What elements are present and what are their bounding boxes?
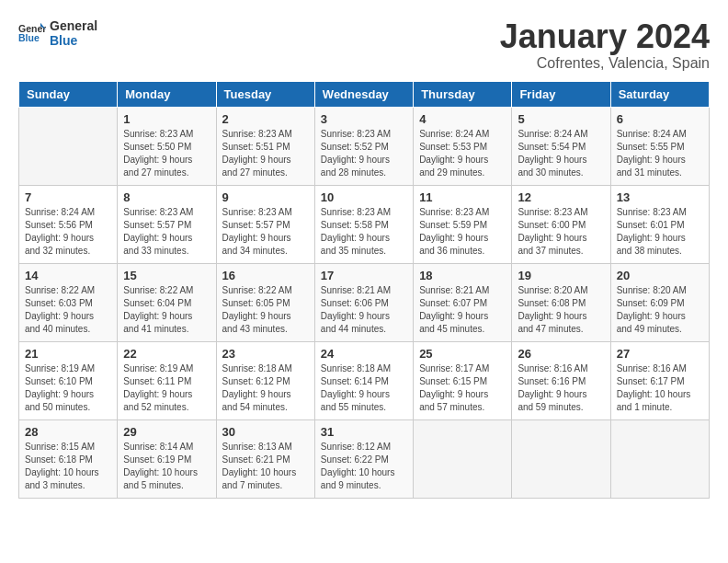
day-info: Sunrise: 8:23 AM Sunset: 5:50 PM Dayligh… [123,128,210,179]
day-info: Sunrise: 8:18 AM Sunset: 6:14 PM Dayligh… [321,362,407,414]
day-number: 7 [25,190,111,204]
day-info: Sunrise: 8:24 AM Sunset: 5:54 PM Dayligh… [518,128,604,179]
day-cell: 1Sunrise: 8:23 AM Sunset: 5:50 PM Daylig… [118,107,216,185]
logo-text-general: General [50,18,97,33]
week-row-2: 7Sunrise: 8:24 AM Sunset: 5:56 PM Daylig… [19,185,710,263]
header-cell-wednesday: Wednesday [314,81,413,107]
day-info: Sunrise: 8:19 AM Sunset: 6:10 PM Dayligh… [25,362,111,414]
day-cell: 5Sunrise: 8:24 AM Sunset: 5:54 PM Daylig… [512,107,610,185]
title-block: January 2024 Cofrentes, Valencia, Spain [500,18,710,72]
day-info: Sunrise: 8:22 AM Sunset: 6:04 PM Dayligh… [123,284,210,336]
header-cell-saturday: Saturday [610,81,709,107]
day-number: 21 [25,347,111,361]
day-cell: 3Sunrise: 8:23 AM Sunset: 5:52 PM Daylig… [314,107,413,185]
day-cell: 25Sunrise: 8:17 AM Sunset: 6:15 PM Dayli… [414,341,512,419]
logo: General Blue General Blue [18,18,97,48]
day-cell: 22Sunrise: 8:19 AM Sunset: 6:11 PM Dayli… [118,341,216,419]
day-number: 23 [222,347,309,361]
day-info: Sunrise: 8:15 AM Sunset: 6:18 PM Dayligh… [25,441,111,492]
day-cell [512,419,610,498]
week-row-5: 28Sunrise: 8:15 AM Sunset: 6:18 PM Dayli… [19,419,710,498]
calendar-subtitle: Cofrentes, Valencia, Spain [500,55,710,72]
day-number: 6 [617,112,703,126]
day-number: 13 [617,190,703,204]
day-info: Sunrise: 8:23 AM Sunset: 6:00 PM Dayligh… [518,206,604,258]
day-number: 30 [222,425,309,439]
week-row-4: 21Sunrise: 8:19 AM Sunset: 6:10 PM Dayli… [19,341,710,419]
day-number: 11 [419,190,506,204]
week-row-1: 1Sunrise: 8:23 AM Sunset: 5:50 PM Daylig… [19,107,710,185]
day-number: 16 [222,269,309,282]
day-number: 4 [419,112,506,126]
day-number: 2 [222,112,309,126]
day-cell [414,419,512,498]
day-info: Sunrise: 8:16 AM Sunset: 6:16 PM Dayligh… [518,362,604,414]
day-number: 15 [123,269,210,282]
day-number: 24 [321,347,407,361]
day-info: Sunrise: 8:12 AM Sunset: 6:22 PM Dayligh… [321,441,407,492]
day-info: Sunrise: 8:14 AM Sunset: 6:19 PM Dayligh… [123,441,210,492]
calendar-title: January 2024 [500,18,710,55]
logo-text-blue: Blue [50,33,97,48]
header-cell-tuesday: Tuesday [216,81,314,107]
day-number: 10 [321,190,407,204]
day-info: Sunrise: 8:23 AM Sunset: 5:57 PM Dayligh… [222,206,309,258]
header-row: SundayMondayTuesdayWednesdayThursdayFrid… [19,81,710,107]
day-cell: 15Sunrise: 8:22 AM Sunset: 6:04 PM Dayli… [118,263,216,341]
day-cell: 9Sunrise: 8:23 AM Sunset: 5:57 PM Daylig… [216,185,314,263]
day-info: Sunrise: 8:17 AM Sunset: 6:15 PM Dayligh… [419,362,506,414]
svg-text:Blue: Blue [18,32,40,43]
day-info: Sunrise: 8:24 AM Sunset: 5:56 PM Dayligh… [25,206,111,258]
day-info: Sunrise: 8:20 AM Sunset: 6:08 PM Dayligh… [518,284,604,336]
day-number: 26 [518,347,604,361]
day-number: 18 [419,269,506,282]
day-info: Sunrise: 8:24 AM Sunset: 5:53 PM Dayligh… [419,128,506,179]
page-header: General Blue General Blue January 2024 C… [18,18,710,72]
day-cell: 27Sunrise: 8:16 AM Sunset: 6:17 PM Dayli… [610,341,709,419]
day-info: Sunrise: 8:19 AM Sunset: 6:11 PM Dayligh… [123,362,210,414]
day-cell: 17Sunrise: 8:21 AM Sunset: 6:06 PM Dayli… [314,263,413,341]
day-cell: 29Sunrise: 8:14 AM Sunset: 6:19 PM Dayli… [118,419,216,498]
day-number: 27 [617,347,703,361]
day-number: 28 [25,425,111,439]
day-cell: 14Sunrise: 8:22 AM Sunset: 6:03 PM Dayli… [19,263,118,341]
day-cell: 7Sunrise: 8:24 AM Sunset: 5:56 PM Daylig… [19,185,118,263]
day-cell: 6Sunrise: 8:24 AM Sunset: 5:55 PM Daylig… [610,107,709,185]
day-number: 20 [617,269,703,282]
day-number: 9 [222,190,309,204]
day-info: Sunrise: 8:16 AM Sunset: 6:17 PM Dayligh… [617,362,703,414]
day-cell: 24Sunrise: 8:18 AM Sunset: 6:14 PM Dayli… [314,341,413,419]
day-number: 5 [518,112,604,126]
day-number: 14 [25,269,111,282]
day-number: 3 [321,112,407,126]
day-cell [610,419,709,498]
header-cell-sunday: Sunday [19,81,118,107]
day-cell: 11Sunrise: 8:23 AM Sunset: 5:59 PM Dayli… [414,185,512,263]
day-info: Sunrise: 8:23 AM Sunset: 5:51 PM Dayligh… [222,128,309,179]
day-number: 31 [321,425,407,439]
day-cell: 16Sunrise: 8:22 AM Sunset: 6:05 PM Dayli… [216,263,314,341]
day-cell: 13Sunrise: 8:23 AM Sunset: 6:01 PM Dayli… [610,185,709,263]
day-info: Sunrise: 8:22 AM Sunset: 6:03 PM Dayligh… [25,284,111,336]
day-number: 19 [518,269,604,282]
day-cell: 18Sunrise: 8:21 AM Sunset: 6:07 PM Dayli… [414,263,512,341]
day-info: Sunrise: 8:23 AM Sunset: 5:58 PM Dayligh… [321,206,407,258]
day-info: Sunrise: 8:23 AM Sunset: 6:01 PM Dayligh… [617,206,703,258]
day-cell: 20Sunrise: 8:20 AM Sunset: 6:09 PM Dayli… [610,263,709,341]
calendar-header: SundayMondayTuesdayWednesdayThursdayFrid… [19,81,710,107]
calendar-table: SundayMondayTuesdayWednesdayThursdayFrid… [18,81,710,499]
day-number: 25 [419,347,506,361]
day-number: 12 [518,190,604,204]
header-cell-monday: Monday [118,81,216,107]
day-cell: 26Sunrise: 8:16 AM Sunset: 6:16 PM Dayli… [512,341,610,419]
day-info: Sunrise: 8:21 AM Sunset: 6:07 PM Dayligh… [419,284,506,336]
logo-icon: General Blue [18,19,46,47]
day-number: 22 [123,347,210,361]
day-info: Sunrise: 8:18 AM Sunset: 6:12 PM Dayligh… [222,362,309,414]
calendar-body: 1Sunrise: 8:23 AM Sunset: 5:50 PM Daylig… [19,107,710,498]
day-info: Sunrise: 8:21 AM Sunset: 6:06 PM Dayligh… [321,284,407,336]
day-number: 8 [123,190,210,204]
day-cell: 30Sunrise: 8:13 AM Sunset: 6:21 PM Dayli… [216,419,314,498]
day-number: 29 [123,425,210,439]
day-cell [19,107,118,185]
